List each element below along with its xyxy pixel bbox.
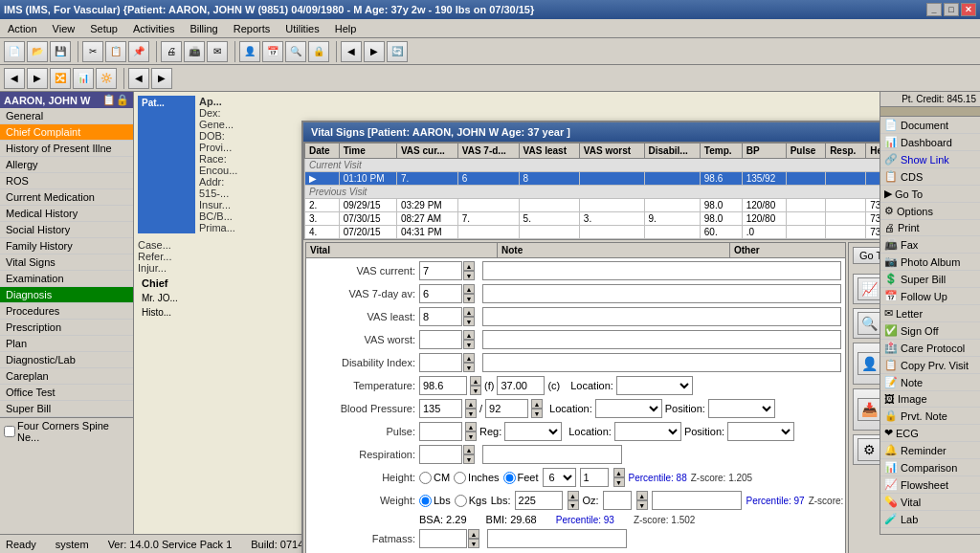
right-item-copy-prv[interactable]: 📋 Copy Prv. Visit [880, 357, 980, 374]
respiration-note[interactable] [482, 445, 622, 464]
graph-button[interactable]: 📈 Graph [853, 274, 880, 304]
pulse-reg-select[interactable] [504, 422, 562, 441]
vas-current-note[interactable] [482, 261, 841, 280]
bp-dia-up[interactable]: ▲ [531, 399, 543, 409]
tb2-btn6[interactable]: ◀ [128, 68, 149, 89]
vas-worst-note[interactable] [482, 330, 841, 349]
sidebar-item-diagnostic-lab[interactable]: Diagnostic/Lab [0, 352, 133, 368]
tb-print[interactable]: 🖨 [161, 41, 182, 62]
right-item-follow-up[interactable]: 📅 Follow Up [880, 288, 980, 305]
right-item-reminder[interactable]: 🔔 Reminder [880, 442, 980, 459]
menu-help[interactable]: Help [331, 21, 361, 36]
tb-save-tb[interactable]: 💾 [50, 41, 71, 62]
right-item-print[interactable]: 🖨 Print [880, 220, 980, 236]
sidebar-item-vital-signs[interactable]: Vital Signs [0, 254, 133, 271]
sidebar-item-prescription[interactable]: Prescription [0, 320, 133, 336]
menu-reports[interactable]: Reports [230, 21, 275, 36]
weight-lbs-input[interactable] [515, 491, 563, 510]
right-item-vital[interactable]: 💊 Vital [880, 494, 980, 511]
sidebar-item-social-history[interactable]: Social History [0, 222, 133, 238]
sidebar-footer-checkbox[interactable] [4, 426, 15, 437]
weight-note[interactable] [652, 491, 743, 510]
height-inches-radio-label[interactable]: Inches [454, 472, 499, 484]
height-cm-radio-label[interactable]: CM [419, 472, 450, 484]
vas-7day-up[interactable]: ▲ [463, 284, 475, 294]
height-feet-radio-label[interactable]: Feet [503, 472, 539, 484]
sidebar-item-general[interactable]: General [0, 108, 133, 124]
weight-lbs-radio[interactable] [419, 495, 432, 507]
pulse-position-select[interactable] [727, 422, 794, 441]
right-item-show-link[interactable]: 🔗 Show Link [880, 151, 980, 168]
respiration-input[interactable] [419, 445, 462, 464]
weight-oz-down[interactable]: ▼ [636, 500, 648, 510]
height-inches-radio[interactable] [454, 472, 466, 484]
sidebar-item-history[interactable]: History of Present Illne [0, 141, 133, 157]
tb2-btn7[interactable]: ▶ [151, 68, 172, 89]
minimize-button[interactable]: _ [926, 3, 942, 16]
tb-lock[interactable]: 🔒 [308, 41, 329, 62]
fatmass-down[interactable]: ▼ [468, 539, 479, 548]
tb-open[interactable]: 📂 [27, 41, 48, 62]
fatmass-up[interactable]: ▲ [468, 529, 479, 539]
bp-position-select[interactable] [708, 399, 775, 418]
maximize-button[interactable]: □ [944, 3, 959, 16]
sidebar-item-allergy[interactable]: Allergy [0, 157, 133, 173]
right-item-letter[interactable]: ✉ Letter [880, 305, 980, 322]
vas-worst-down[interactable]: ▼ [463, 340, 475, 349]
close-window-button[interactable]: ✕ [961, 3, 976, 16]
right-item-photo[interactable]: 📷 Photo Album [880, 254, 980, 271]
weight-lbs-up[interactable]: ▲ [568, 491, 579, 500]
visits-table-container[interactable]: Date Time VAS cur... VAS 7-d... VAS leas… [303, 142, 880, 240]
sidebar-item-careplan[interactable]: Careplan [0, 368, 133, 385]
temp-f-up[interactable]: ▲ [470, 376, 481, 386]
tb-new[interactable]: 📄 [4, 41, 25, 62]
vas-current-input[interactable] [419, 261, 462, 280]
bp-systolic-input[interactable] [419, 399, 462, 418]
right-item-prvt-note[interactable]: 🔒 Prvt. Note [880, 408, 980, 425]
pulse-down[interactable]: ▼ [465, 431, 477, 441]
height-down[interactable]: ▼ [613, 477, 625, 487]
temp-f-down[interactable]: ▼ [470, 386, 481, 395]
bp-location-select[interactable] [595, 399, 662, 418]
weight-lbs-radio-label[interactable]: Lbs [419, 495, 451, 507]
right-item-note[interactable]: 📝 Note [880, 374, 980, 391]
tb-cut[interactable]: ✂ [82, 41, 103, 62]
menu-billing[interactable]: Billing [186, 21, 221, 36]
sidebar-item-ros[interactable]: ROS [0, 173, 133, 189]
right-item-cds[interactable]: 📋 CDS [880, 168, 980, 186]
table-row[interactable]: ▶ 01:10 PM 7. 6 8 98.6 135/92 [305, 172, 880, 186]
right-item-options[interactable]: ⚙ Options [880, 203, 980, 220]
table-row[interactable]: 3. 07/30/15 08:27 AM 7. 5. 3. 9. 98.0 12… [305, 212, 880, 226]
temperature-location-select[interactable] [616, 376, 693, 395]
right-item-sign-off[interactable]: ✅ Sign Off [880, 322, 980, 340]
right-item-lab[interactable]: 🧪 Lab [880, 511, 980, 528]
disability-note[interactable] [482, 353, 841, 372]
temperature-c-input[interactable] [497, 376, 545, 395]
menu-view[interactable]: View [49, 21, 79, 36]
height-feet-radio[interactable] [503, 472, 516, 484]
height-up[interactable]: ▲ [613, 468, 625, 477]
weight-lbs-down[interactable]: ▼ [568, 500, 579, 510]
sidebar-item-chief-complaint[interactable]: Chief Complaint [0, 124, 133, 141]
tb-copy[interactable]: 📋 [105, 41, 126, 62]
fatmass-note[interactable] [487, 529, 627, 548]
sidebar-item-office-test[interactable]: Office Test [0, 385, 133, 401]
sidebar-item-diagnosis[interactable]: Diagnosis [0, 287, 133, 303]
disability-down[interactable]: ▼ [463, 363, 475, 372]
table-row[interactable]: 2. 09/29/15 03:29 PM 98.0 120/80 73.0 [305, 199, 880, 212]
sidebar-item-medical-history[interactable]: Medical History [0, 206, 133, 222]
tb-email[interactable]: ✉ [207, 41, 228, 62]
tb2-btn4[interactable]: 📊 [73, 68, 94, 89]
pulse-location-select[interactable] [614, 422, 681, 441]
vas-7day-note[interactable] [482, 284, 841, 303]
right-item-flowsheet[interactable]: 📈 Flowsheet [880, 476, 980, 494]
disability-input[interactable] [419, 353, 462, 372]
height-cm-radio[interactable] [419, 472, 432, 484]
sidebar-item-family-history[interactable]: Family History [0, 238, 133, 254]
bp-sys-down[interactable]: ▼ [465, 409, 477, 418]
resp-down[interactable]: ▼ [463, 454, 475, 464]
tb-forward[interactable]: ▶ [364, 41, 385, 62]
bp-diastolic-input[interactable] [485, 399, 528, 418]
resp-up[interactable]: ▲ [463, 445, 475, 454]
height-feet-select[interactable]: 6 [543, 468, 576, 487]
